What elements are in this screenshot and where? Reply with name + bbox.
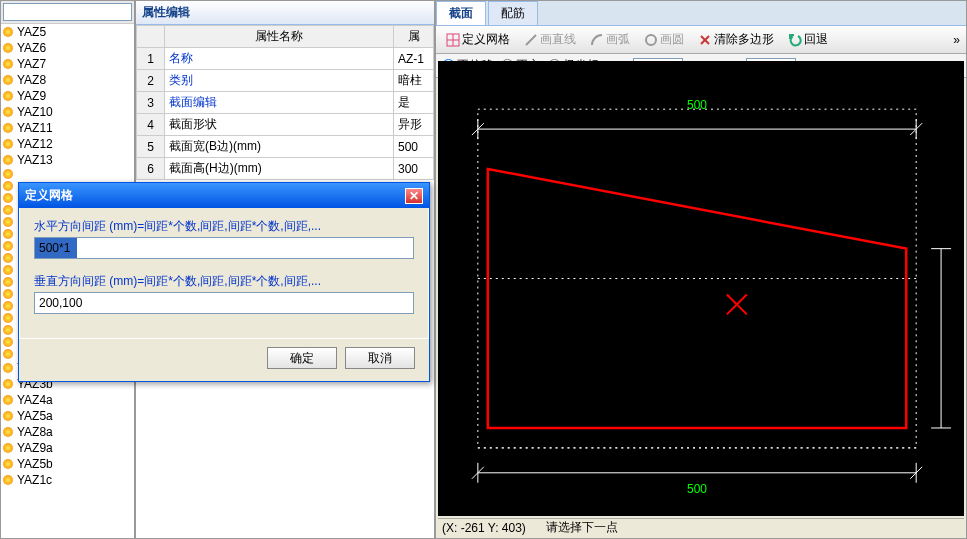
list-item-label: YAZ7 xyxy=(17,57,46,71)
undo-icon xyxy=(788,33,802,47)
line-icon xyxy=(524,33,538,47)
col-header-value: 属 xyxy=(394,26,434,48)
list-item[interactable]: YAZ12 xyxy=(1,136,134,152)
arc-icon xyxy=(590,33,604,47)
define-grid-button[interactable]: 定义网格 xyxy=(442,29,514,50)
dialog-close-button[interactable]: ✕ xyxy=(405,188,423,204)
h-spacing-input[interactable] xyxy=(34,237,414,259)
svg-text:500: 500 xyxy=(687,482,707,496)
tab-rebar[interactable]: 配筋 xyxy=(488,1,538,25)
bullet-icon xyxy=(3,43,13,53)
list-item[interactable]: YAZ8 xyxy=(1,72,134,88)
bullet-icon xyxy=(3,265,13,275)
property-editor-tab[interactable]: 属性编辑 xyxy=(136,1,434,25)
section-svg: 500 500 xyxy=(438,61,964,516)
ok-button[interactable]: 确定 xyxy=(267,347,337,369)
list-item[interactable]: YAZ5a xyxy=(1,408,134,424)
list-item-label: YAZ6 xyxy=(17,41,46,55)
table-row[interactable]: 4截面形状异形 xyxy=(137,114,434,136)
bullet-icon xyxy=(3,241,13,251)
v-spacing-input[interactable] xyxy=(34,292,414,314)
search-bar xyxy=(1,1,134,24)
table-row[interactable]: 5截面宽(B边)(mm)500 xyxy=(137,136,434,158)
list-item[interactable]: YAZ9 xyxy=(1,88,134,104)
search-input[interactable] xyxy=(3,3,132,21)
bullet-icon xyxy=(3,91,13,101)
clear-icon xyxy=(698,33,712,47)
bullet-icon xyxy=(3,253,13,263)
list-item-label: YAZ5a xyxy=(17,409,53,423)
list-item[interactable]: YAZ1c xyxy=(1,472,134,488)
status-coords: (X: -261 Y: 403) xyxy=(442,521,526,535)
bullet-icon xyxy=(3,349,13,359)
draw-line-button[interactable]: 画直线 xyxy=(520,29,580,50)
list-item[interactable]: YAZ11 xyxy=(1,120,134,136)
svg-marker-10 xyxy=(488,169,906,428)
list-item-label: YAZ8 xyxy=(17,73,46,87)
h-spacing-label: 水平方向间距 (mm)=间距*个数,间距,间距*个数,间距,... xyxy=(34,218,414,235)
bullet-icon xyxy=(3,395,13,405)
list-item-label: YAZ5 xyxy=(17,25,46,39)
list-item-label: YAZ11 xyxy=(17,121,53,135)
list-item-label: YAZ10 xyxy=(17,105,53,119)
bullet-icon xyxy=(3,427,13,437)
bullet-icon xyxy=(3,363,13,373)
list-item-label: YAZ9a xyxy=(17,441,53,455)
dialog-title-text: 定义网格 xyxy=(25,187,73,204)
section-editor-panel: 截面 配筋 定义网格 画直线 画弧 画圆 清除多边形 回退 » 不 xyxy=(435,0,967,539)
list-item[interactable] xyxy=(1,168,134,180)
bullet-icon xyxy=(3,59,13,69)
list-item[interactable]: YAZ7 xyxy=(1,56,134,72)
svg-text:500: 500 xyxy=(687,98,707,112)
property-table: 属性名称 属 1名称AZ-12类别暗柱3截面编辑是4截面形状异形5截面宽(B边)… xyxy=(136,25,434,180)
svg-line-3 xyxy=(526,35,536,45)
list-item[interactable]: YAZ9a xyxy=(1,440,134,456)
list-item[interactable]: YAZ6 xyxy=(1,40,134,56)
list-item-label: YAZ8a xyxy=(17,425,53,439)
undo-button[interactable]: 回退 xyxy=(784,29,832,50)
table-row[interactable]: 3截面编辑是 xyxy=(137,92,434,114)
bullet-icon xyxy=(3,411,13,421)
bullet-icon xyxy=(3,459,13,469)
cancel-button[interactable]: 取消 xyxy=(345,347,415,369)
bullet-icon xyxy=(3,277,13,287)
clear-polygon-button[interactable]: 清除多边形 xyxy=(694,29,778,50)
bullet-icon xyxy=(3,443,13,453)
list-item[interactable]: YAZ10 xyxy=(1,104,134,120)
table-row[interactable]: 6截面高(H边)(mm)300 xyxy=(137,158,434,180)
list-item[interactable]: YAZ8a xyxy=(1,424,134,440)
bullet-icon xyxy=(3,27,13,37)
bullet-icon xyxy=(3,475,13,485)
define-grid-dialog: 定义网格 ✕ 水平方向间距 (mm)=间距*个数,间距,间距*个数,间距,...… xyxy=(18,182,430,382)
bullet-icon xyxy=(3,217,13,227)
bullet-icon xyxy=(3,107,13,117)
bullet-icon xyxy=(3,313,13,323)
circle-icon xyxy=(644,33,658,47)
canvas-toolbar: 定义网格 画直线 画弧 画圆 清除多边形 回退 » xyxy=(436,26,966,54)
list-item-label: YAZ12 xyxy=(17,137,53,151)
bullet-icon xyxy=(3,205,13,215)
list-item-label: YAZ13 xyxy=(17,153,53,167)
list-item-label: YAZ9 xyxy=(17,89,46,103)
status-bar: (X: -261 Y: 403) 请选择下一点 xyxy=(438,518,964,536)
list-item-label: YAZ1c xyxy=(17,473,52,487)
v-spacing-label: 垂直方向间距 (mm)=间距*个数,间距,间距*个数,间距,... xyxy=(34,273,414,290)
list-item[interactable]: YAZ5b xyxy=(1,456,134,472)
tab-section[interactable]: 截面 xyxy=(436,1,486,25)
draw-arc-button[interactable]: 画弧 xyxy=(586,29,634,50)
table-row[interactable]: 1名称AZ-1 xyxy=(137,48,434,70)
list-item[interactable]: YAZ4a xyxy=(1,392,134,408)
close-icon: ✕ xyxy=(409,189,419,203)
bullet-icon xyxy=(3,139,13,149)
toolbar-overflow-icon[interactable]: » xyxy=(953,33,960,47)
dialog-titlebar[interactable]: 定义网格 ✕ xyxy=(19,183,429,208)
list-item[interactable]: YAZ5 xyxy=(1,24,134,40)
grid-icon xyxy=(446,33,460,47)
bullet-icon xyxy=(3,337,13,347)
table-row[interactable]: 2类别暗柱 xyxy=(137,70,434,92)
bullet-icon xyxy=(3,155,13,165)
bullet-icon xyxy=(3,169,13,179)
draw-circle-button[interactable]: 画圆 xyxy=(640,29,688,50)
section-canvas[interactable]: 500 500 xyxy=(438,61,964,516)
list-item[interactable]: YAZ13 xyxy=(1,152,134,168)
